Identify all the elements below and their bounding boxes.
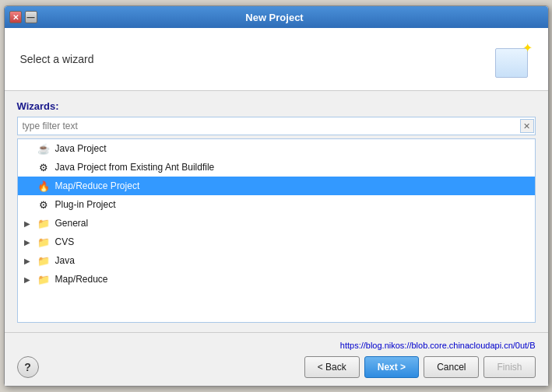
mapreduce-folder-icon: 📁 <box>37 272 51 286</box>
wizard-tree-list[interactable]: ☕ Java Project ⚙ Java Project from Exist… <box>17 138 536 323</box>
java-project-label: Java Project <box>55 143 107 154</box>
general-label: General <box>55 218 89 229</box>
java-group-label: Java <box>55 255 75 266</box>
action-buttons: < Back Next > Cancel Finish <box>304 356 536 378</box>
java-project-icon: ☕ <box>37 142 51 156</box>
header-area: Select a wizard ✦ <box>5 28 548 91</box>
tree-item-general[interactable]: ▶ 📁 General <box>18 214 535 233</box>
cvs-expand-arrow: ▶ <box>24 238 35 247</box>
tree-item-java-project[interactable]: ☕ Java Project <box>18 139 535 158</box>
filter-wrapper: ✕ <box>17 117 536 135</box>
finish-button[interactable]: Finish <box>483 356 535 378</box>
tree-item-java-ant[interactable]: ⚙ Java Project from Existing Ant Buildfi… <box>18 158 535 177</box>
title-bar: ✕ — New Project <box>5 6 548 28</box>
content-area: Wizards: ✕ ☕ Java Project ⚙ Java Project… <box>5 91 548 332</box>
dialog-title: New Project <box>6 12 543 23</box>
mapreduce-expand-arrow: ▶ <box>24 275 35 284</box>
tree-item-mapreduce-group[interactable]: ▶ 📁 Map/Reduce <box>18 270 535 289</box>
next-button[interactable]: Next > <box>364 356 419 378</box>
filter-clear-button[interactable]: ✕ <box>520 119 534 133</box>
footer-link: https://blog.nikos://blob.core.chinaclou… <box>17 341 536 350</box>
wizard-icon: ✦ <box>495 40 533 78</box>
general-expand-arrow: ▶ <box>24 219 35 228</box>
cvs-folder-icon: 📁 <box>37 235 51 249</box>
plugin-icon: ⚙ <box>37 198 51 212</box>
footer-buttons: ? < Back Next > Cancel Finish <box>17 356 536 378</box>
plugin-label: Plug-in Project <box>55 199 116 210</box>
tree-item-cvs[interactable]: ▶ 📁 CVS <box>18 233 535 251</box>
java-expand-arrow: ▶ <box>24 257 35 265</box>
tree-container: ☕ Java Project ⚙ Java Project from Exist… <box>17 138 536 323</box>
header-title: Select a wizard <box>20 53 94 65</box>
star-icon: ✦ <box>522 40 533 55</box>
mapreduce-group-label: Map/Reduce <box>55 274 108 285</box>
mapreduce-icon: 🔥 <box>37 179 51 193</box>
cancel-button[interactable]: Cancel <box>424 356 479 378</box>
tree-item-java-group[interactable]: ▶ 📁 Java <box>18 251 535 270</box>
tree-item-mapreduce[interactable]: 🔥 Map/Reduce Project <box>18 177 535 195</box>
java-ant-icon: ⚙ <box>37 160 51 174</box>
filter-input[interactable] <box>17 117 536 135</box>
java-ant-label: Java Project from Existing Ant Buildfile <box>55 162 215 173</box>
new-project-dialog: ✕ — New Project Select a wizard ✦ Wizard… <box>4 5 549 387</box>
wizards-label: Wizards: <box>17 100 536 112</box>
java-folder-icon: 📁 <box>37 254 51 268</box>
back-button[interactable]: < Back <box>304 356 360 378</box>
help-button[interactable]: ? <box>17 356 39 378</box>
cvs-label: CVS <box>55 236 75 247</box>
tree-item-plugin[interactable]: ⚙ Plug-in Project <box>18 195 535 214</box>
mapreduce-label: Map/Reduce Project <box>55 180 140 191</box>
general-folder-icon: 📁 <box>37 216 51 230</box>
footer-area: https://blog.nikos://blob.core.chinaclou… <box>5 332 548 386</box>
